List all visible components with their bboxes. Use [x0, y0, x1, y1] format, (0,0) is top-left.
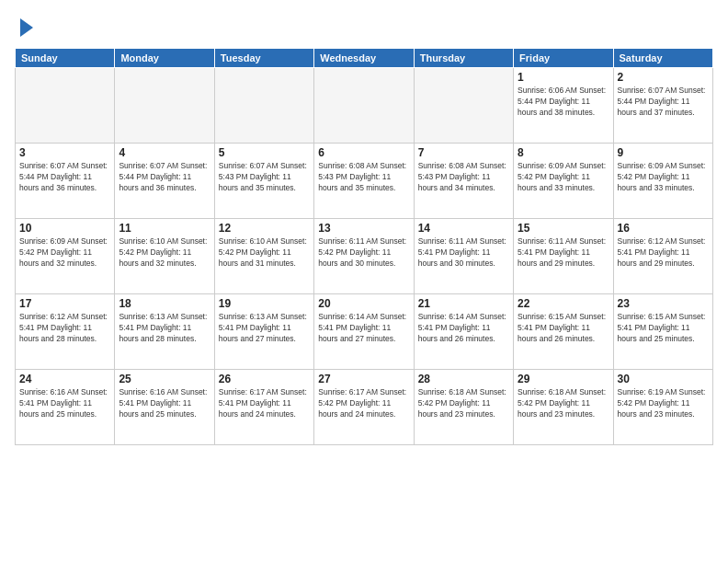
calendar-cell: 29Sunrise: 6:18 AM Sunset: 5:42 PM Dayli…: [514, 370, 613, 445]
header: [15, 11, 713, 40]
day-info: Sunrise: 6:11 AM Sunset: 5:41 PM Dayligh…: [518, 236, 609, 270]
day-number: 21: [418, 297, 509, 310]
calendar-cell: [115, 68, 214, 144]
calendar-week-3: 10Sunrise: 6:09 AM Sunset: 5:42 PM Dayli…: [16, 219, 713, 294]
calendar-week-4: 17Sunrise: 6:12 AM Sunset: 5:41 PM Dayli…: [16, 294, 713, 370]
day-info: Sunrise: 6:13 AM Sunset: 5:41 PM Dayligh…: [119, 312, 210, 345]
calendar-cell: 14Sunrise: 6:11 AM Sunset: 5:41 PM Dayli…: [414, 219, 513, 294]
day-info: Sunrise: 6:07 AM Sunset: 5:43 PM Dayligh…: [219, 161, 310, 194]
day-number: 20: [318, 297, 409, 310]
day-info: Sunrise: 6:07 AM Sunset: 5:44 PM Dayligh…: [618, 86, 709, 119]
calendar-cell: 13Sunrise: 6:11 AM Sunset: 5:42 PM Dayli…: [314, 219, 414, 294]
calendar-week-1: 1Sunrise: 6:06 AM Sunset: 5:44 PM Daylig…: [16, 68, 713, 144]
day-info: Sunrise: 6:17 AM Sunset: 5:42 PM Dayligh…: [318, 387, 409, 420]
day-info: Sunrise: 6:17 AM Sunset: 5:41 PM Dayligh…: [219, 387, 310, 420]
day-number: 9: [618, 146, 709, 159]
calendar-cell: 7Sunrise: 6:08 AM Sunset: 5:43 PM Daylig…: [414, 144, 513, 219]
calendar-header-sunday: Sunday: [16, 49, 115, 68]
day-number: 16: [618, 222, 709, 235]
calendar-cell: 10Sunrise: 6:09 AM Sunset: 5:42 PM Dayli…: [16, 219, 115, 294]
calendar-cell: 20Sunrise: 6:14 AM Sunset: 5:41 PM Dayli…: [314, 294, 414, 370]
calendar-cell: 23Sunrise: 6:15 AM Sunset: 5:41 PM Dayli…: [613, 294, 712, 370]
day-info: Sunrise: 6:10 AM Sunset: 5:42 PM Dayligh…: [219, 236, 310, 270]
day-info: Sunrise: 6:10 AM Sunset: 5:42 PM Dayligh…: [119, 236, 210, 270]
day-number: 13: [318, 222, 409, 235]
day-number: 12: [219, 222, 310, 235]
svg-marker-0: [20, 18, 33, 37]
calendar-cell: 12Sunrise: 6:10 AM Sunset: 5:42 PM Dayli…: [214, 219, 313, 294]
logo: [15, 15, 37, 40]
day-number: 6: [318, 146, 409, 159]
day-info: Sunrise: 6:11 AM Sunset: 5:42 PM Dayligh…: [318, 236, 409, 270]
day-number: 22: [518, 297, 609, 310]
calendar-cell: 4Sunrise: 6:07 AM Sunset: 5:44 PM Daylig…: [115, 144, 214, 219]
day-number: 15: [518, 222, 609, 235]
calendar-header-wednesday: Wednesday: [314, 49, 414, 68]
day-number: 28: [418, 373, 509, 385]
calendar-table: SundayMondayTuesdayWednesdayThursdayFrid…: [15, 48, 713, 445]
calendar-cell: [16, 68, 115, 144]
logo-icon: [17, 15, 37, 40]
day-info: Sunrise: 6:16 AM Sunset: 5:41 PM Dayligh…: [119, 387, 210, 420]
day-number: 17: [19, 297, 110, 310]
day-number: 11: [119, 222, 210, 235]
day-info: Sunrise: 6:14 AM Sunset: 5:41 PM Dayligh…: [418, 312, 509, 345]
calendar-header-saturday: Saturday: [613, 49, 712, 68]
calendar-cell: 22Sunrise: 6:15 AM Sunset: 5:41 PM Dayli…: [514, 294, 613, 370]
day-number: 29: [518, 373, 609, 385]
calendar-cell: 24Sunrise: 6:16 AM Sunset: 5:41 PM Dayli…: [16, 370, 115, 445]
calendar-cell: 5Sunrise: 6:07 AM Sunset: 5:43 PM Daylig…: [214, 144, 313, 219]
day-info: Sunrise: 6:08 AM Sunset: 5:43 PM Dayligh…: [318, 161, 409, 194]
calendar-cell: 27Sunrise: 6:17 AM Sunset: 5:42 PM Dayli…: [314, 370, 414, 445]
calendar-header-row: SundayMondayTuesdayWednesdayThursdayFrid…: [16, 49, 713, 68]
calendar-cell: [214, 68, 313, 144]
day-number: 10: [19, 222, 110, 235]
day-info: Sunrise: 6:07 AM Sunset: 5:44 PM Dayligh…: [119, 161, 210, 194]
day-number: 30: [618, 373, 709, 385]
day-number: 23: [618, 297, 709, 310]
calendar-cell: 1Sunrise: 6:06 AM Sunset: 5:44 PM Daylig…: [514, 68, 613, 144]
day-info: Sunrise: 6:07 AM Sunset: 5:44 PM Dayligh…: [19, 161, 110, 194]
day-number: 7: [418, 146, 509, 159]
calendar-cell: 2Sunrise: 6:07 AM Sunset: 5:44 PM Daylig…: [613, 68, 712, 144]
day-info: Sunrise: 6:09 AM Sunset: 5:42 PM Dayligh…: [19, 236, 110, 270]
calendar-cell: 3Sunrise: 6:07 AM Sunset: 5:44 PM Daylig…: [16, 144, 115, 219]
calendar-cell: [314, 68, 414, 144]
day-info: Sunrise: 6:12 AM Sunset: 5:41 PM Dayligh…: [19, 312, 110, 345]
day-info: Sunrise: 6:18 AM Sunset: 5:42 PM Dayligh…: [518, 387, 609, 420]
calendar-cell: 28Sunrise: 6:18 AM Sunset: 5:42 PM Dayli…: [414, 370, 513, 445]
calendar-header-tuesday: Tuesday: [214, 49, 313, 68]
day-number: 24: [19, 373, 110, 385]
calendar-header-friday: Friday: [514, 49, 613, 68]
calendar-cell: 15Sunrise: 6:11 AM Sunset: 5:41 PM Dayli…: [514, 219, 613, 294]
day-info: Sunrise: 6:09 AM Sunset: 5:42 PM Dayligh…: [518, 161, 609, 194]
day-number: 8: [518, 146, 609, 159]
calendar-cell: 26Sunrise: 6:17 AM Sunset: 5:41 PM Dayli…: [214, 370, 313, 445]
calendar-cell: 21Sunrise: 6:14 AM Sunset: 5:41 PM Dayli…: [414, 294, 513, 370]
day-info: Sunrise: 6:08 AM Sunset: 5:43 PM Dayligh…: [418, 161, 509, 194]
day-info: Sunrise: 6:13 AM Sunset: 5:41 PM Dayligh…: [219, 312, 310, 345]
day-info: Sunrise: 6:15 AM Sunset: 5:41 PM Dayligh…: [518, 312, 609, 345]
day-number: 1: [518, 71, 609, 84]
day-info: Sunrise: 6:16 AM Sunset: 5:41 PM Dayligh…: [19, 387, 110, 420]
calendar-cell: 11Sunrise: 6:10 AM Sunset: 5:42 PM Dayli…: [115, 219, 214, 294]
calendar-header-monday: Monday: [115, 49, 214, 68]
day-info: Sunrise: 6:19 AM Sunset: 5:42 PM Dayligh…: [618, 387, 709, 420]
day-info: Sunrise: 6:18 AM Sunset: 5:42 PM Dayligh…: [418, 387, 509, 420]
day-number: 3: [19, 146, 110, 159]
day-number: 25: [119, 373, 210, 385]
day-number: 14: [418, 222, 509, 235]
calendar-cell: 17Sunrise: 6:12 AM Sunset: 5:41 PM Dayli…: [16, 294, 115, 370]
calendar-cell: 16Sunrise: 6:12 AM Sunset: 5:41 PM Dayli…: [613, 219, 712, 294]
calendar-week-5: 24Sunrise: 6:16 AM Sunset: 5:41 PM Dayli…: [16, 370, 713, 445]
day-number: 5: [219, 146, 310, 159]
day-number: 27: [318, 373, 409, 385]
day-info: Sunrise: 6:09 AM Sunset: 5:42 PM Dayligh…: [618, 161, 709, 194]
day-number: 4: [119, 146, 210, 159]
day-info: Sunrise: 6:12 AM Sunset: 5:41 PM Dayligh…: [618, 236, 709, 270]
day-number: 26: [219, 373, 310, 385]
calendar-cell: 30Sunrise: 6:19 AM Sunset: 5:42 PM Dayli…: [613, 370, 712, 445]
calendar-cell: 19Sunrise: 6:13 AM Sunset: 5:41 PM Dayli…: [214, 294, 313, 370]
calendar-cell: 25Sunrise: 6:16 AM Sunset: 5:41 PM Dayli…: [115, 370, 214, 445]
day-number: 19: [219, 297, 310, 310]
